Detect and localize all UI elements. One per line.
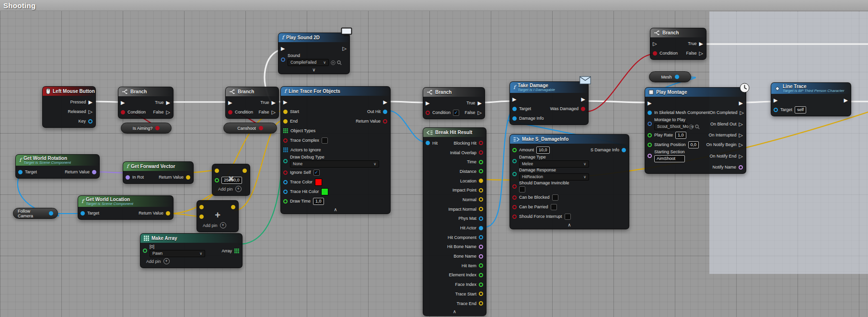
value-box[interactable]: 0,0 [688,141,699,148]
expand-collapse-chevron[interactable]: ∨ [278,68,349,74]
node-play-montage[interactable]: Play Montage▶▶In Skeletal Mesh Component… [645,87,746,174]
exec-pin[interactable]: ▷ [739,122,743,126]
blocking-hit-pin[interactable] [479,141,483,145]
exec-pin[interactable]: ▶ [648,101,651,105]
0-pin[interactable] [143,249,147,253]
draw-debug-type-pin[interactable] [283,159,288,163]
trace-start-pin[interactable] [479,292,483,296]
starting-position-pin[interactable] [648,143,652,147]
s-damage-info-pin[interactable] [622,148,626,152]
exec-pin[interactable]: ▶ [89,100,93,104]
in-rot-pin[interactable] [126,175,130,180]
node-header[interactable]: Break Hit Result [423,128,486,137]
hit-bone-name-pin[interactable] [479,245,483,249]
exec-pin[interactable]: ▷ [739,154,743,158]
pin-pin[interactable] [199,215,204,219]
node-branch[interactable]: Branch▶True▶ConditionFalse▷ [118,87,174,119]
return-value-pin[interactable] [186,175,190,180]
location-pin[interactable] [479,179,483,183]
hit-component-pin[interactable] [479,235,483,239]
should-force-interrupt-pin[interactable] [512,215,517,219]
exec-pin[interactable]: ▷ [699,51,703,56]
sound-pin[interactable] [281,57,285,62]
exec-pin[interactable]: ▶ [281,46,285,51]
can-be-blocked-pin[interactable] [512,195,517,200]
impact-point-pin[interactable] [479,188,483,192]
exec-pin[interactable]: ▶ [383,100,387,104]
element-index-pin[interactable] [479,273,483,277]
node-line-trace-for-objects[interactable]: fLine Trace For Objects▶▶StartOut HitEnd… [280,86,391,214]
bone-name-pin[interactable] [479,254,483,259]
node-header[interactable]: Make Array [140,234,242,243]
notify-name-pin[interactable] [739,165,743,170]
time-pin[interactable] [479,160,483,164]
trace-complex-pin[interactable] [283,138,288,143]
target-pin[interactable] [18,170,23,174]
condition-pin[interactable] [426,111,430,115]
add-pin-button[interactable]: Add pin+ [140,257,242,266]
node-get-world-location[interactable]: fGet World LocationTarget is Scene Compo… [78,195,174,220]
dropdown[interactable]: Scout_Shoot_Mo∨ [654,123,687,130]
exec-pin[interactable]: ▷ [478,110,482,115]
return-value-pin[interactable] [383,119,387,124]
node-branch[interactable]: Branch▶True▶Condition✓False▷ [423,87,485,119]
should-damage-invincible-pin[interactable] [512,184,517,189]
trace-color-pin[interactable] [283,180,288,184]
color-swatch[interactable] [321,188,328,195]
variable-output-pin[interactable] [259,126,263,130]
was-damaged-pin[interactable] [581,107,585,111]
damage-type-pin[interactable] [512,159,517,163]
trace-end-pin[interactable] [479,301,483,306]
can-be-parried-pin[interactable] [512,205,517,209]
condition-pin[interactable] [228,110,232,114]
node-header[interactable]: Branch [423,88,485,97]
node-pin[interactable]: +Add pin+ [197,200,239,232]
target-pin[interactable] [81,211,85,215]
exec-pin[interactable]: ▶ [512,97,516,102]
start-pin[interactable] [283,110,288,114]
montage-to-play-pin[interactable] [648,122,652,126]
node-header[interactable]: fTake DamageTarget is I Damagable [510,82,588,93]
node-pin[interactable]: ×25000,0Add pin+ [212,164,250,196]
color-swatch[interactable] [315,179,322,186]
node-get-forward-vector[interactable]: fGet Forward VectorIn RotReturn Value [123,161,194,184]
checkbox[interactable]: ✓ [552,194,558,201]
checkbox[interactable]: ✓ [313,170,320,176]
node-header[interactable]: fLine Trace For Objects [281,87,390,96]
exec-pin[interactable]: ▶ [844,98,848,102]
node-header[interactable]: Branch [650,28,706,37]
pin-pin[interactable] [243,169,247,173]
checkbox[interactable]: ✓ [519,186,525,192]
value-box[interactable]: AimShoot [654,155,685,162]
actors-to-ignore-pin[interactable] [283,146,288,154]
starting-section-pin[interactable] [648,154,652,158]
add-pin-button[interactable]: Add pin+ [197,221,238,230]
node-header[interactable]: Play Montage [645,88,746,97]
node-take-damage[interactable]: fTake DamageTarget is I Damagable▶▶Targe… [509,81,589,125]
draw-time-pin[interactable] [283,199,288,204]
exec-pin[interactable]: ▶ [478,101,482,105]
face-index-pin[interactable] [479,283,483,287]
hit-item-pin[interactable] [479,263,483,268]
variable-output-pin[interactable] [155,126,160,130]
expand-collapse-chevron[interactable]: ∧ [510,223,629,229]
pin-pin[interactable] [231,205,235,209]
target-pin[interactable] [774,108,778,112]
array-pin[interactable] [234,247,239,255]
node-header[interactable]: fGet Forward Vector [123,162,193,171]
checkbox[interactable]: ✓ [453,110,459,116]
damage-info-pin[interactable] [512,116,517,121]
node-header[interactable]: Branch [226,87,278,96]
phys-mat-pin[interactable] [479,216,483,221]
node-header[interactable]: Line TraceTarget is BP Third Person Char… [771,83,851,94]
end-pin[interactable] [283,119,288,124]
node-left-mouse-button[interactable]: Left Mouse ButtonPressed▶Released▷Key [42,86,96,128]
asset-preview-icons[interactable] [689,125,700,129]
exec-pin[interactable]: ▷ [272,110,276,114]
damage-response-pin[interactable] [512,172,517,176]
hit-actor-pin[interactable] [479,226,483,230]
exec-pin[interactable]: ▶ [774,98,777,102]
initial-overlap-pin[interactable] [479,150,483,155]
exec-pin[interactable]: ▷ [739,133,743,137]
return-value-pin[interactable] [166,211,170,215]
